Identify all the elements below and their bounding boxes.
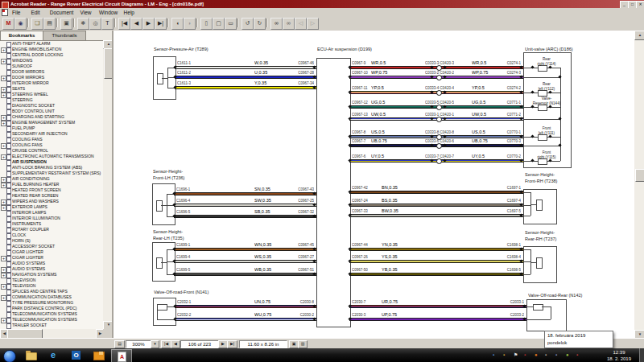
- sidebar-item-communication-databuses[interactable]: COMMUNICATION DATABUSES: [12, 295, 103, 299]
- scroll-up-icon[interactable]: ▲: [634, 31, 644, 40]
- sidebar-item-wipers-and-washers[interactable]: WIPERS AND WASHERS: [12, 200, 103, 204]
- sidebar-item-park-distance-control-pdc-[interactable]: PARK DISTANCE CONTROL (PDC): [12, 306, 103, 311]
- tray-flag-icon[interactable]: ⚑: [514, 352, 518, 358]
- sidebar-item-electronic-automatic-transmission[interactable]: ELECTRONIC AUTOMATIC TRANSMISSION: [12, 154, 103, 158]
- expand-box-icon[interactable]: +: [1, 76, 6, 81]
- sidebar-item-heated-rear-screen[interactable]: HEATED REAR SCREEN: [12, 194, 103, 198]
- expand-box-icon[interactable]: +: [1, 47, 6, 53]
- expand-box-icon[interactable]: +: [1, 87, 6, 93]
- tray-audio-icon[interactable]: ▪: [545, 352, 547, 358]
- sidebar-item-trailer-socket[interactable]: TRAILER SOCKET: [12, 323, 103, 327]
- sidebar-item-cigar-lighter[interactable]: CIGAR LIGHTER: [12, 256, 103, 260]
- sidebar-item-heated-front-screen[interactable]: HEATED FRONT SCREEN: [12, 188, 103, 192]
- sidebar-item-audio-systems[interactable]: AUDIO SYSTEMS: [12, 261, 103, 265]
- expand-box-icon[interactable]: +: [1, 318, 6, 323]
- expand-box-icon[interactable]: +: [1, 121, 6, 126]
- zoom-tool-icon[interactable]: ◎: [89, 18, 101, 30]
- expand-box-icon[interactable]: +: [1, 93, 6, 98]
- expand-box-icon[interactable]: +: [1, 200, 6, 205]
- expand-box-icon[interactable]: +: [1, 177, 6, 183]
- tab-thumbnails[interactable]: Thumbnails: [43, 31, 86, 40]
- prev-view-icon[interactable]: ◖: [171, 18, 184, 30]
- taskbar-outlook-icon[interactable]: O: [66, 349, 85, 361]
- expand-box-icon[interactable]: +: [1, 154, 6, 160]
- expand-box-icon[interactable]: +: [1, 183, 6, 188]
- find-prev-icon[interactable]: ◁: [295, 18, 307, 30]
- sidebar-item-television[interactable]: TELEVISION: [12, 284, 103, 288]
- search-icon[interactable]: ∞: [283, 18, 295, 30]
- menu-help[interactable]: Help: [122, 10, 137, 15]
- sidebar-item-steering-wheel[interactable]: STEERING WHEEL: [12, 93, 103, 97]
- menu-view[interactable]: View: [78, 10, 94, 15]
- rotate-left-icon[interactable]: ↺: [242, 18, 254, 30]
- tray-update-icon[interactable]: ●: [535, 352, 538, 358]
- sidebar-item-engine-immobilisation[interactable]: ENGINE IMMOBILISATION: [12, 47, 103, 51]
- actual-size-icon[interactable]: ▯: [200, 18, 213, 30]
- sidebar-item-cooling-fans[interactable]: COOLING FANS: [12, 138, 103, 142]
- sidebar-item-interior-mirror[interactable]: INTERIOR MIRROR: [12, 81, 103, 85]
- expand-box-icon[interactable]: +: [1, 295, 6, 301]
- expand-box-icon[interactable]: +: [1, 267, 6, 273]
- fit-width-icon[interactable]: ▭: [225, 18, 237, 30]
- taskbar-ie-icon[interactable]: e: [43, 349, 63, 361]
- doc-vscroll-track[interactable]: [634, 31, 644, 338]
- sidebar-item-supplementary-restraint-system-srs-[interactable]: SUPPLEMENTARY RESTRAINT SYSTEM (SRS): [12, 171, 103, 175]
- sidebar-item-fuel-burning-heater[interactable]: FUEL BURNING HEATER: [12, 183, 103, 187]
- sidebar-item-horn-s-[interactable]: HORN (S): [12, 239, 103, 243]
- sidebar-item-central-door-locking[interactable]: CENTRAL DOOR LOCKING: [12, 53, 103, 57]
- zoom-dropdown-icon[interactable]: ▾: [151, 340, 159, 348]
- sidebar-item-navigation-systems[interactable]: NAVIGATION SYSTEMS: [12, 273, 103, 277]
- last-page-icon[interactable]: ▶|: [227, 340, 237, 348]
- sidebar-item-instruments[interactable]: INSTRUMENTS: [12, 222, 103, 226]
- pdf-document-icon[interactable]: [2, 9, 8, 16]
- text-select-tool-icon[interactable]: T: [101, 18, 114, 30]
- sidebar-item-air-conditioning[interactable]: AIR CONDITIONING: [12, 177, 103, 181]
- menu-window[interactable]: Window: [97, 10, 120, 15]
- sidebar-item-secondary-air-injection[interactable]: SECONDARY AIR INJECTION: [12, 132, 103, 136]
- menu-file[interactable]: File: [10, 10, 23, 15]
- expand-box-icon[interactable]: +: [1, 284, 6, 290]
- sidebar-item-door-mirrors[interactable]: DOOR MIRRORS: [12, 76, 103, 80]
- sidebar-item-interior-illumination[interactable]: INTERIOR ILLUMINATION: [12, 216, 103, 220]
- tray-power-icon[interactable]: ●: [566, 352, 569, 358]
- last-page-icon[interactable]: ▶|: [155, 18, 167, 30]
- sidebar-item-interior-lamps[interactable]: INTERIOR LAMPS: [12, 211, 103, 215]
- sidebar-item-rotary-coupler[interactable]: ROTARY COUPLER: [12, 228, 103, 232]
- sidebar-item-air-suspension[interactable]: AIR SUSPENSION: [12, 160, 103, 164]
- tray-pdf-icon[interactable]: ▪: [576, 352, 578, 358]
- sidebar-item-television[interactable]: TELEVISION: [12, 278, 103, 282]
- document-scrollbar[interactable]: ▲▼: [634, 31, 644, 338]
- sidebar-item-windows[interactable]: WINDOWS: [12, 59, 103, 63]
- layout-continuous-icon[interactable]: ▥: [298, 340, 308, 348]
- sidebar-item-engine-management-system[interactable]: ENGINE MANAGEMENT SYSTEM: [12, 121, 103, 125]
- nav-pane-toggle-icon[interactable]: ▣: [60, 18, 72, 30]
- sidebar-item-cruise-control[interactable]: CRUISE CONTROL: [12, 149, 103, 153]
- find-next-icon[interactable]: ▷: [307, 18, 319, 30]
- sidebar-item-seats[interactable]: SEATS: [12, 87, 103, 91]
- tray-date[interactable]: 18. 2. 2019: [601, 356, 638, 362]
- doc-vscroll-thumb[interactable]: [635, 169, 644, 182]
- find-icon[interactable]: ∞: [270, 18, 283, 30]
- sidebar-item-clock[interactable]: CLOCK: [12, 233, 103, 237]
- sidebar-item-tyre-pressure-monitoring[interactable]: TYRE PRESSURE MONITORING: [12, 301, 103, 305]
- fit-page-icon[interactable]: ▢: [213, 18, 225, 30]
- expand-box-icon[interactable]: +: [1, 143, 6, 149]
- title-bar[interactable]: Acrobat Reader - Range Rover Electrical …: [0, 0, 644, 8]
- sidebar-item-cigar-lighter[interactable]: CIGAR LIGHTER: [12, 250, 103, 254]
- taskbar-app-icon[interactable]: [89, 349, 108, 361]
- sidebar-item-telecommunication-systems[interactable]: TELECOMMUNICATION SYSTEMS: [12, 318, 103, 322]
- expand-box-icon[interactable]: +: [1, 205, 6, 211]
- hand-tool-icon[interactable]: ✱: [77, 18, 89, 30]
- page-view-icon[interactable]: ▤: [114, 340, 125, 348]
- sidebar-item-steering[interactable]: STEERING: [12, 98, 103, 102]
- sidebar-item-sunroof[interactable]: SUNROOF: [12, 64, 103, 68]
- sidebar-item-charging-and-starting[interactable]: CHARGING AND STARTING: [12, 115, 103, 119]
- sidebar-item-anti-lock-braking-system-abs-[interactable]: ANTI-LOCK BRAKING SYSTEM (ABS): [12, 166, 103, 170]
- open-file-icon[interactable]: ❏: [31, 18, 43, 30]
- show-desktop-button[interactable]: [639, 348, 644, 362]
- sidebar-item-door-mirrors[interactable]: DOOR MIRRORS: [12, 70, 103, 74]
- expand-box-icon[interactable]: +: [1, 273, 6, 278]
- prev-page-icon[interactable]: ◀: [130, 18, 142, 30]
- print-icon[interactable]: ▤: [43, 18, 56, 30]
- adobe-logo-icon[interactable]: M: [2, 18, 14, 30]
